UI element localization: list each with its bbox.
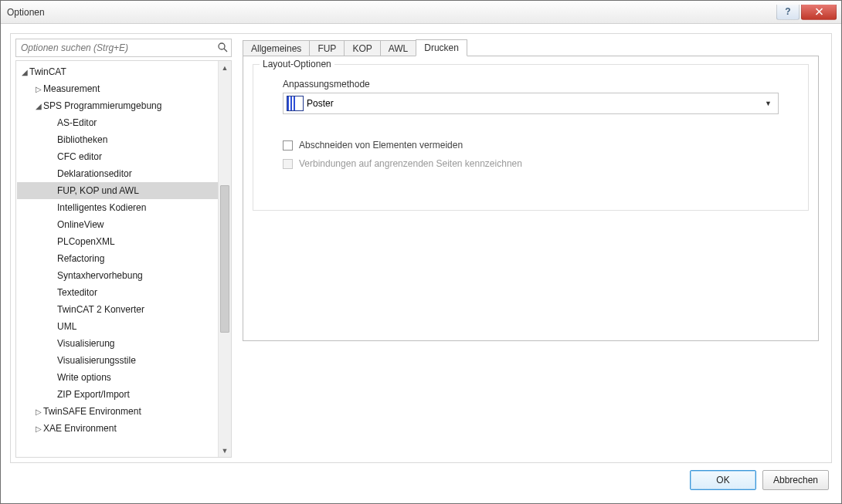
tree-leaf[interactable]: ·ZIP Export/Import — [17, 386, 218, 403]
tree-container: ◢TwinCAT ▷Measurement ◢SPS Programmierum… — [15, 60, 232, 458]
expander-icon[interactable]: ◢ — [20, 64, 29, 81]
method-combo[interactable]: Poster ▼ — [283, 93, 779, 114]
tree-leaf[interactable]: ·OnlineView — [17, 216, 218, 233]
tree-leaf[interactable]: ·Bibliotheken — [17, 131, 218, 148]
chevron-down-icon: ▼ — [765, 100, 772, 107]
checkbox-icon — [283, 159, 293, 169]
expander-icon[interactable]: ▷ — [34, 81, 43, 98]
tree-node-measurement[interactable]: ▷Measurement — [17, 80, 218, 97]
scroll-thumb[interactable] — [220, 185, 229, 333]
sidebar: ◢TwinCAT ▷Measurement ◢SPS Programmierum… — [11, 34, 236, 462]
options-dialog: Optionen ? ◢Tw — [0, 0, 842, 504]
tree-leaf[interactable]: ·Intelligentes Kodieren — [17, 199, 218, 216]
expander-icon[interactable]: ◢ — [34, 98, 43, 115]
tree-node-xae[interactable]: ▷XAE Environment — [17, 420, 218, 437]
tree-leaf[interactable]: ·Syntaxhervorhebung — [17, 267, 218, 284]
scroll-up-icon[interactable]: ▲ — [219, 61, 231, 74]
main-panel: ◢TwinCAT ▷Measurement ◢SPS Programmierum… — [10, 33, 832, 463]
search-box — [15, 39, 232, 57]
tree-leaf[interactable]: ·Refactoring — [17, 250, 218, 267]
tree-leaf[interactable]: ·UML — [17, 318, 218, 335]
dialog-footer: OK Abbrechen — [10, 463, 832, 497]
method-value: Poster — [307, 98, 334, 109]
tree-leaf[interactable]: ·Write options — [17, 369, 218, 386]
tree-leaf[interactable]: ·CFC editor — [17, 148, 218, 165]
tree-leaf[interactable]: ·Visualisierungsstile — [17, 352, 218, 369]
expander-icon[interactable]: ▷ — [34, 404, 43, 421]
tree-scrollbar[interactable]: ▲ ▼ — [218, 61, 231, 457]
window-controls: ? — [775, 5, 837, 20]
tree-node-sps[interactable]: ◢SPS Programmierumgebung — [17, 97, 218, 114]
group-legend: Layout-Optionen — [260, 59, 334, 69]
tab-strip: Allgemeines FUP KOP AWL Drucken — [243, 37, 822, 56]
tab-allgemeines[interactable]: Allgemeines — [243, 40, 310, 56]
checkbox-mark-connections: Verbindungen auf angrenzenden Seiten ken… — [283, 154, 797, 173]
tree-leaf-selected[interactable]: ·FUP, KOP und AWL — [17, 182, 218, 199]
ok-button[interactable]: OK — [690, 470, 756, 490]
tree-leaf[interactable]: ·PLCopenXML — [17, 233, 218, 250]
svg-point-0 — [219, 43, 225, 49]
tree-node-twinsafe[interactable]: ▷TwinSAFE Environment — [17, 403, 218, 420]
tab-fup[interactable]: FUP — [309, 40, 345, 56]
window-title: Optionen — [1, 7, 775, 18]
content-pane: Allgemeines FUP KOP AWL Drucken Layout-O… — [236, 34, 831, 462]
tree-leaf[interactable]: ·TwinCAT 2 Konverter — [17, 301, 218, 318]
scroll-track[interactable] — [219, 74, 231, 444]
options-tree[interactable]: ◢TwinCAT ▷Measurement ◢SPS Programmierum… — [17, 62, 218, 456]
tree-leaf[interactable]: ·Visualisierung — [17, 335, 218, 352]
svg-line-1 — [224, 49, 227, 52]
help-button[interactable]: ? — [776, 5, 800, 20]
tab-body: Layout-Optionen Anpassungsmethode Poster… — [243, 56, 819, 341]
scroll-down-icon[interactable]: ▼ — [219, 444, 231, 457]
expander-icon[interactable]: ▷ — [34, 421, 43, 438]
tab-kop[interactable]: KOP — [344, 40, 380, 56]
tree-leaf[interactable]: ·Texteditor — [17, 284, 218, 301]
close-icon — [815, 8, 823, 15]
search-icon — [217, 42, 228, 55]
search-input[interactable] — [15, 39, 232, 57]
tab-drucken[interactable]: Drucken — [416, 39, 467, 56]
poster-icon — [287, 96, 304, 111]
close-button[interactable] — [801, 5, 837, 20]
tree-leaf[interactable]: ·Deklarationseditor — [17, 165, 218, 182]
checkbox-icon — [283, 140, 293, 151]
tree-leaf[interactable]: ·AS-Editor — [17, 114, 218, 131]
tree-node-twincat[interactable]: ◢TwinCAT — [17, 63, 218, 80]
titlebar: Optionen ? — [1, 1, 841, 24]
client-area: ◢TwinCAT ▷Measurement ◢SPS Programmierum… — [1, 24, 841, 503]
checkbox-avoid-cut[interactable]: Abschneiden von Elementen vermeiden — [283, 136, 797, 154]
tab-awl[interactable]: AWL — [380, 40, 417, 56]
method-label: Anpassungsmethode — [283, 79, 797, 90]
cancel-button[interactable]: Abbrechen — [762, 470, 829, 490]
layout-options-group: Layout-Optionen Anpassungsmethode Poster… — [253, 64, 809, 211]
